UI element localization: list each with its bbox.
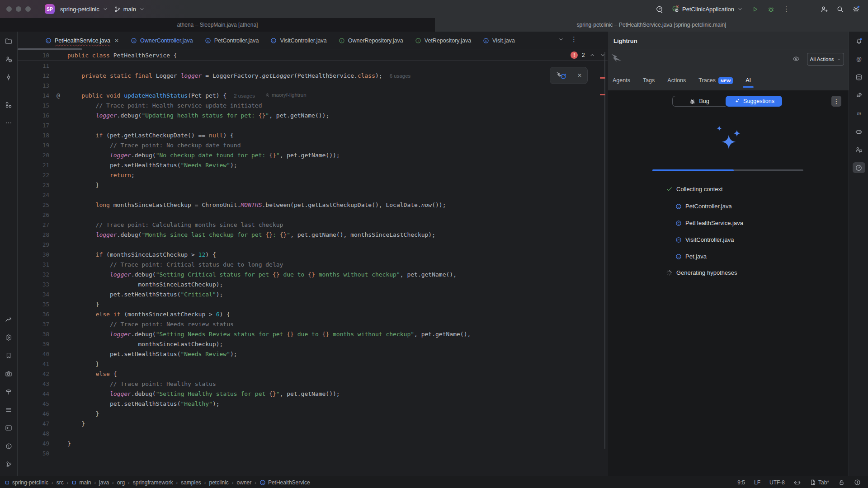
ai-step-petcontroller-java[interactable]: CPetController.java: [675, 203, 732, 210]
copilot-icon[interactable]: [794, 479, 801, 486]
lightrun-tab-traces[interactable]: TracesNEW: [698, 77, 733, 84]
inspections-status-icon[interactable]: [854, 479, 861, 486]
code-line-18[interactable]: 18 if (pet.getLastCheckupDate() == null)…: [18, 130, 608, 140]
camera-icon[interactable]: [2, 368, 15, 379]
bug-mode-button[interactable]: Bug: [672, 96, 726, 107]
code-line-17[interactable]: 17: [18, 120, 608, 130]
code-line-24[interactable]: 24: [18, 190, 608, 200]
more-vert-icon[interactable]: ⋮: [783, 5, 790, 13]
eye-icon[interactable]: [793, 55, 800, 62]
services-icon[interactable]: [2, 332, 15, 343]
code-line-34[interactable]: 34 pet.setHealthStatus("Critical");: [18, 289, 608, 299]
encoding-indicator[interactable]: UTF-8: [769, 479, 785, 486]
all-actions-dropdown[interactable]: All Actions: [807, 53, 844, 66]
editor-tab-OwnerController.java[interactable]: COwnerController.java: [125, 32, 199, 50]
code-line-15[interactable]: 15 // Trace point: Health service update…: [18, 100, 608, 110]
code-line-50[interactable]: 50: [18, 448, 608, 458]
breadcrumb-item-spring-petclinic[interactable]: spring-petclinic: [5, 479, 48, 486]
editor-tab-OwnerRepository.java[interactable]: IOwnerRepository.java: [333, 32, 409, 50]
close-icon[interactable]: ✕: [114, 38, 119, 44]
editor-tab-PetController.java[interactable]: CPetController.java: [199, 32, 265, 50]
code-line-23[interactable]: 23 }: [18, 180, 608, 190]
author-inlay[interactable]: maoryf-lightrun: [265, 92, 307, 98]
lightrun-tool-icon[interactable]: [853, 162, 865, 173]
terminal-icon[interactable]: [2, 422, 15, 433]
search-button[interactable]: [836, 5, 844, 13]
caret-position[interactable]: 9:5: [737, 479, 745, 486]
bookmarks-icon[interactable]: [2, 350, 15, 361]
settings-button[interactable]: [852, 5, 860, 13]
code-line-30[interactable]: 30 if (monthsSinceLastCheckup > 12) {: [18, 249, 608, 259]
line-ending-indicator[interactable]: LF: [754, 479, 760, 486]
run-button[interactable]: [751, 5, 759, 13]
window-tab-petclinic[interactable]: spring-petclinic – PetHealthService.java…: [435, 18, 868, 32]
unlock-icon[interactable]: [838, 479, 845, 486]
structure-icon[interactable]: [2, 99, 15, 110]
editor-tab-VetRepository.java[interactable]: IVetRepository.java: [409, 32, 477, 50]
editor-tab-PetHealthService.java[interactable]: CPetHealthService.java✕: [39, 32, 125, 50]
git-branch-icon[interactable]: [2, 459, 15, 469]
project-folder-icon[interactable]: [2, 36, 15, 47]
code-editor[interactable]: 10public class PetHealthService { 1112 p…: [18, 50, 608, 476]
lightrun-tab-actions[interactable]: Actions: [667, 77, 686, 84]
code-line-16[interactable]: 16 logger.debug("Updating health status …: [18, 110, 608, 120]
code-line-21[interactable]: 21 pet.setHealthStatus("Needs Review");: [18, 160, 608, 170]
lightrun-tab-agents[interactable]: Agents: [613, 77, 630, 84]
code-line-45[interactable]: 45 pet.setHealthStatus("Healthy");: [18, 399, 608, 408]
code-line-27[interactable]: 27 // Trace point: Calculating months si…: [18, 220, 608, 230]
editor-tab-Visit.java[interactable]: CVisit.java: [477, 32, 521, 50]
code-line-25[interactable]: 25 long monthsSinceLastCheckup = ChronoU…: [18, 200, 608, 210]
breadcrumb-item-org[interactable]: org: [117, 479, 125, 486]
prev-error-chevron-up-icon[interactable]: [589, 52, 595, 58]
run-configuration-selector[interactable]: PetClinicApplication: [671, 5, 743, 13]
indent-indicator[interactable]: Tab*: [810, 479, 829, 486]
code-line-40[interactable]: 40 pet.setHealthStatus("Needs Review");: [18, 349, 608, 359]
code-line-38[interactable]: 38 logger.debug("Setting Needs Review st…: [18, 329, 608, 339]
next-error-chevron-down-icon[interactable]: [599, 52, 606, 58]
code-line-49[interactable]: 49}: [18, 438, 608, 448]
code-line-37[interactable]: 37 // Trace point: Needs review status: [18, 319, 608, 329]
maven-icon[interactable]: m: [853, 108, 865, 119]
code-line-28[interactable]: 28 logger.debug("Months since last check…: [18, 230, 608, 239]
code-line-41[interactable]: 41 }: [18, 359, 608, 369]
lightrun-tab-ai[interactable]: AI: [745, 77, 751, 84]
code-line-42[interactable]: 42 else {: [18, 369, 608, 379]
breadcrumb-item-springframework[interactable]: springframework: [133, 479, 173, 486]
panel-kebab-button[interactable]: ⋮: [831, 96, 841, 107]
breadcrumb-item-petclinic[interactable]: petclinic: [209, 479, 229, 486]
problems-icon[interactable]: [2, 441, 15, 451]
todo-lines-icon[interactable]: [2, 404, 15, 415]
breadcrumb-item-java[interactable]: java: [99, 479, 109, 486]
code-line-26[interactable]: 26: [18, 210, 608, 220]
error-stripe-mark[interactable]: [600, 77, 605, 79]
code-line-29[interactable]: 29: [18, 239, 608, 249]
code-line-39[interactable]: 39 monthsSinceLastCheckup);: [18, 339, 608, 349]
vcs-user-icon[interactable]: ?: [2, 54, 15, 65]
window-tab-athena[interactable]: athena – SleepMain.java [athena]: [0, 18, 435, 32]
notifications-icon[interactable]: [853, 36, 865, 47]
usages-inlay[interactable]: 2 usages: [234, 93, 255, 99]
ai-step-pet-java[interactable]: CPet.java: [675, 253, 707, 260]
window-close-button[interactable]: [6, 6, 12, 12]
breadcrumb-item-main[interactable]: main: [71, 479, 91, 486]
ai-step-visitcontroller-java[interactable]: CVisitController.java: [675, 236, 734, 243]
gradle-icon[interactable]: [853, 90, 865, 101]
code-line-12[interactable]: 12 private static final Logger logger = …: [18, 70, 608, 80]
ai-step-pethealthservice-java[interactable]: CPetHealthService.java: [675, 220, 743, 226]
project-selector[interactable]: spring-petclinic: [60, 6, 108, 13]
breadcrumb-item-src[interactable]: src: [57, 479, 64, 486]
lightrun-sync-popup[interactable]: ✕: [550, 67, 588, 84]
database-icon[interactable]: [853, 72, 865, 83]
more-icon[interactable]: [2, 117, 15, 128]
code-line-35[interactable]: 35 }: [18, 299, 608, 309]
code-line-13[interactable]: 13: [18, 80, 608, 90]
close-icon[interactable]: ✕: [577, 72, 582, 79]
code-line-36[interactable]: 36 else if (monthsSinceLastCheckup > 6) …: [18, 309, 608, 319]
lightrun-app-icon[interactable]: [656, 5, 663, 13]
code-line-46[interactable]: 46 }: [18, 408, 608, 418]
tab-options-kebab-icon[interactable]: ⋮: [571, 35, 577, 43]
code-line-10[interactable]: 10public class PetHealthService {: [18, 51, 177, 61]
code-line-48[interactable]: 48: [18, 428, 608, 438]
add-user-button[interactable]: [821, 5, 828, 13]
metrics-icon[interactable]: [2, 314, 15, 325]
